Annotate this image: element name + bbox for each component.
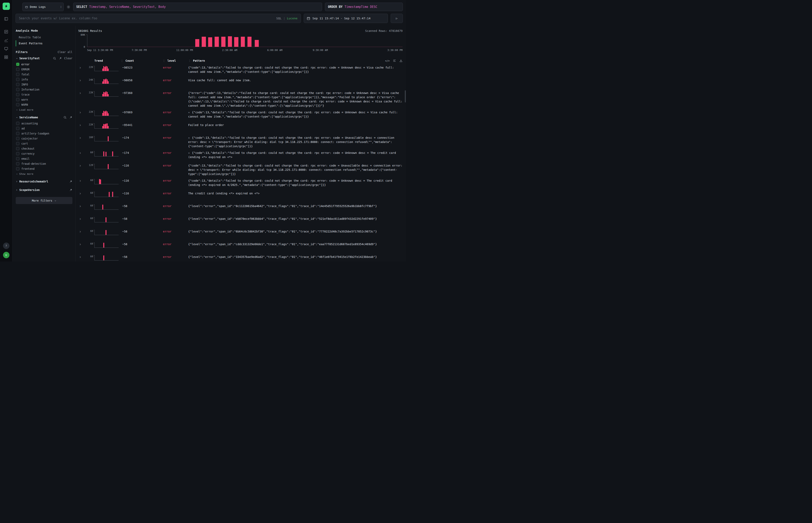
- run-query-button[interactable]: ▷: [391, 14, 403, 23]
- filter-option-ERROR[interactable]: ERROR: [16, 67, 72, 72]
- table-row[interactable]: › 22K ~97069 error ×{"code":13,"details"…: [77, 109, 403, 122]
- table-row[interactable]: › 120 ~116 error {"code":13,"details":"f…: [77, 162, 403, 177]
- checkbox[interactable]: [16, 68, 19, 71]
- more-filters-button[interactable]: More filters ›: [16, 197, 72, 204]
- filter-option-WARN[interactable]: WARN: [16, 102, 72, 107]
- checkbox[interactable]: [16, 78, 19, 81]
- filter-option-error[interactable]: error: [16, 62, 72, 67]
- checkbox[interactable]: [16, 127, 19, 130]
- expand-chevron-icon[interactable]: ›: [77, 78, 86, 82]
- histogram-bar[interactable]: [234, 37, 238, 47]
- expand-chevron-icon[interactable]: ›: [77, 163, 86, 167]
- checkbox[interactable]: [16, 98, 19, 101]
- expand-chevron-icon[interactable]: ›: [77, 242, 86, 246]
- filter-option-trace[interactable]: trace: [16, 92, 72, 97]
- source-selector[interactable]: Demo Logs ▴▾: [22, 3, 64, 11]
- search-icon[interactable]: [63, 116, 67, 119]
- code-view-icon[interactable]: </>: [385, 59, 390, 62]
- clear-all-link[interactable]: Clear all: [58, 50, 72, 54]
- expand-chevron-icon[interactable]: ›: [77, 216, 86, 221]
- expand-chevron-icon[interactable]: ›: [77, 204, 86, 208]
- filter-option-email[interactable]: email: [16, 156, 72, 161]
- histogram-bar[interactable]: [208, 37, 212, 47]
- checkbox[interactable]: [16, 103, 19, 106]
- checkbox[interactable]: [16, 88, 19, 91]
- filter-option-INFO[interactable]: INFO: [16, 82, 72, 87]
- checkbox[interactable]: [16, 152, 19, 155]
- filter-group-header[interactable]: › SeverityText Clear: [16, 55, 72, 62]
- histogram-bar[interactable]: [255, 40, 259, 47]
- table-row[interactable]: › 60 ~116 error {"code":13,"details":"fa…: [77, 177, 403, 190]
- checkbox[interactable]: [16, 137, 19, 140]
- expand-chevron-icon[interactable]: ›: [77, 65, 86, 70]
- filter-option-fatal[interactable]: fatal: [16, 72, 72, 77]
- wrap-lines-icon[interactable]: [393, 59, 396, 62]
- table-row[interactable]: › 22K ~98523 error {"code":13,"details":…: [77, 64, 403, 77]
- time-range-picker[interactable]: Sep 11 15:47:14 - Sep 12 15:47:14: [304, 14, 388, 23]
- table-row[interactable]: › 60 ~58 error {"level":"error","span_id…: [77, 254, 403, 262]
- table-row[interactable]: › 60 ~116 error The credit card (ending …: [77, 190, 403, 203]
- filter-option-ad[interactable]: ad: [16, 126, 72, 131]
- column-drag-handle[interactable]: ⋮: [188, 59, 191, 62]
- filter-option-fraud-detection[interactable]: fraud-detection: [16, 161, 72, 166]
- checkbox[interactable]: [16, 93, 19, 96]
- histogram-bar[interactable]: [202, 37, 206, 47]
- expand-chevron-icon[interactable]: ›: [77, 135, 86, 140]
- help-button[interactable]: ?: [3, 242, 10, 249]
- pin-icon[interactable]: [69, 188, 72, 192]
- column-drag-handle[interactable]: ⋮: [121, 59, 123, 62]
- sessions-button[interactable]: [3, 45, 10, 52]
- show-more-link[interactable]: › Show more: [16, 171, 72, 176]
- filter-option-cart[interactable]: cart: [16, 141, 72, 146]
- histogram-bar[interactable]: [221, 37, 225, 47]
- scrollbar-thumb[interactable]: [405, 90, 406, 103]
- load-more-link[interactable]: › Load more: [16, 107, 72, 112]
- checkbox[interactable]: [16, 63, 19, 66]
- checkbox[interactable]: [16, 132, 19, 135]
- checkbox[interactable]: [16, 83, 19, 86]
- pin-icon[interactable]: [69, 116, 72, 119]
- sidebar-toggle-button[interactable]: [3, 15, 10, 22]
- expand-chevron-icon[interactable]: ›: [77, 123, 86, 127]
- expand-chevron-icon[interactable]: ›: [77, 178, 86, 183]
- checkbox[interactable]: [16, 147, 19, 150]
- clear-filter-link[interactable]: Clear: [64, 57, 72, 60]
- table-row[interactable]: › 60 ~58 error {"level":"error","span_id…: [77, 228, 403, 241]
- mode-event-patterns[interactable]: Event Patterns: [16, 40, 72, 47]
- filter-option-frontend[interactable]: frontend: [16, 166, 72, 171]
- checkbox[interactable]: [16, 162, 19, 165]
- table-row[interactable]: › 24K ~98058 error Visa cache full: cann…: [77, 77, 403, 90]
- mode-results-table[interactable]: Results Table: [16, 34, 72, 40]
- download-icon[interactable]: [399, 59, 403, 62]
- table-row[interactable]: › 180 ~174 error ×{"code":13,"details":"…: [77, 134, 403, 150]
- search-logs-button[interactable]: [3, 28, 10, 35]
- histogram-bar[interactable]: [228, 36, 232, 47]
- table-row[interactable]: › 22K ~95441 error Failed to place order: [77, 122, 403, 134]
- expand-chevron-icon[interactable]: ›: [77, 254, 86, 259]
- chart-explorer-button[interactable]: [3, 36, 10, 44]
- filter-option-info[interactable]: info: [16, 77, 72, 82]
- select-query-input[interactable]: SELECT Timestamp, ServiceName, SeverityT…: [73, 3, 322, 11]
- filter-option-checkout[interactable]: checkout: [16, 146, 72, 151]
- filter-option-accounting[interactable]: accounting: [16, 121, 72, 126]
- expand-chevron-icon[interactable]: ›: [77, 191, 86, 195]
- histogram-bar[interactable]: [241, 37, 245, 47]
- order-by-input[interactable]: ORDER BY TimestampTime DESC: [325, 3, 403, 11]
- user-avatar[interactable]: U: [3, 252, 10, 258]
- table-row[interactable]: › 60 ~174 error ×{"code":13,"details":"f…: [77, 150, 403, 162]
- app-logo[interactable]: [3, 3, 10, 10]
- filter-option-Information[interactable]: Information: [16, 87, 72, 92]
- filter-group-header[interactable]: › ServiceName: [16, 114, 72, 121]
- table-row[interactable]: › 60 ~58 error {"level":"error","span_id…: [77, 241, 403, 254]
- expand-chevron-icon[interactable]: ›: [77, 91, 86, 95]
- filter-option-warn[interactable]: warn: [16, 97, 72, 102]
- filter-group-header[interactable]: › ScopeVersion: [16, 186, 72, 193]
- table-row[interactable]: › 60 ~58 error {"level":"error","span_id…: [77, 216, 403, 228]
- histogram-bar[interactable]: [195, 39, 199, 47]
- checkbox[interactable]: [16, 142, 19, 145]
- search-input[interactable]: [19, 17, 274, 20]
- pin-icon[interactable]: [58, 57, 62, 60]
- checkbox[interactable]: [16, 122, 19, 125]
- dashboards-button[interactable]: [3, 53, 10, 61]
- checkbox[interactable]: [16, 167, 19, 170]
